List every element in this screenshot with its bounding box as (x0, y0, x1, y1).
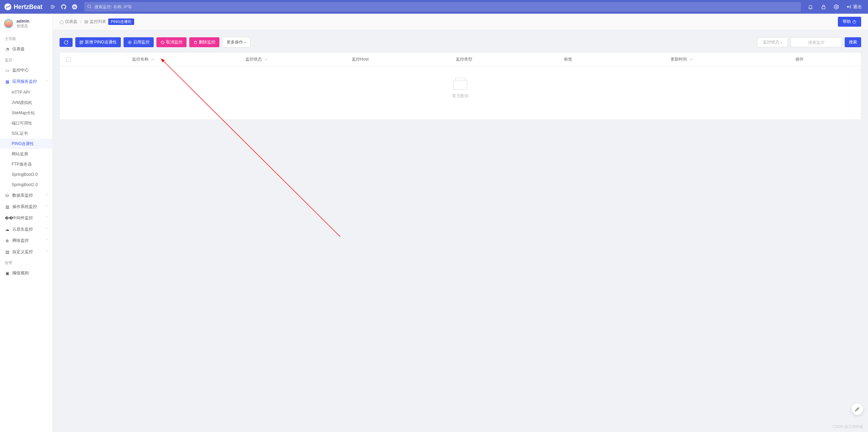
lock-icon[interactable] (818, 1, 829, 12)
plus-grid-icon (79, 40, 84, 44)
list-icon (84, 20, 88, 24)
sidebar-sub-ssl[interactable]: SSL证书 (0, 128, 52, 139)
chevron-down-icon: ˅ (46, 227, 48, 231)
menu-toggle-icon[interactable] (47, 1, 58, 12)
chevron-down-icon: ˅ (46, 216, 48, 220)
rule-icon: ▣ (5, 271, 10, 276)
breadcrumb-dashboard[interactable]: 仪表盘 (60, 19, 77, 25)
col-name[interactable]: 监控名称▴▾ (77, 56, 209, 62)
sidebar-sub-sb2[interactable]: SpringBoot2.0 (0, 180, 52, 190)
breadcrumb: 仪表盘 / 监控列表 PING连通性 帮助 (53, 14, 868, 30)
search-icon (87, 4, 92, 9)
sidebar-sub-sb3[interactable]: SpringBoot3.0 (0, 169, 52, 180)
brand-logo[interactable]: HertzBeat (4, 3, 42, 11)
chevron-down-icon: ˅ (46, 250, 48, 254)
empty-state: 暂无数据 (60, 66, 861, 119)
status-filter-select[interactable]: 监控状态 ▾ (757, 37, 788, 47)
col-host: 监控Host (304, 56, 417, 62)
user-name: admin (16, 18, 29, 24)
global-search-input[interactable] (84, 2, 801, 12)
help-button[interactable]: 帮助 (838, 17, 861, 27)
sidebar-item-cloud[interactable]: ☁云原生监控˅ (0, 224, 52, 235)
sidebar-item-alert-rule[interactable]: ▣阈值规则 (0, 267, 52, 279)
logout-button[interactable]: 退出 (844, 4, 864, 10)
nav-section-alert: 告警 (0, 258, 52, 267)
chevron-down-icon: ▾ (244, 41, 246, 44)
chevron-down-icon: ˅ (46, 205, 48, 209)
search-button[interactable]: 搜索 (845, 37, 861, 47)
svg-rect-3 (822, 6, 825, 9)
sidebar-item-dashboard[interactable]: ◔仪表盘 (0, 43, 52, 55)
chevron-down-icon: ▾ (780, 41, 782, 44)
tools-fab[interactable] (852, 403, 863, 415)
sidebar-sub-http[interactable]: HTTP API (0, 87, 52, 97)
col-updated[interactable]: 更新时间▴▾ (625, 56, 738, 62)
col-ops: 操作 (738, 56, 861, 62)
svg-point-4 (836, 6, 837, 8)
sidebar-item-monitor-center[interactable]: ▭监控中心 (0, 65, 52, 76)
user-role: 管理员 (16, 24, 29, 29)
os-icon: ▥ (5, 205, 10, 209)
svg-rect-7 (85, 23, 88, 23)
tools-icon (855, 406, 860, 412)
svg-rect-5 (85, 21, 88, 21)
gear-icon[interactable] (831, 1, 842, 12)
watermark: CSDN @江湖有缘 (833, 424, 863, 429)
empty-icon (454, 80, 467, 90)
col-tags: 标签 (511, 56, 625, 62)
empty-text: 暂无数据 (60, 93, 861, 99)
svg-rect-9 (80, 41, 81, 42)
nav-section-monitor: 监控 (0, 55, 52, 65)
sidebar-item-middleware[interactable]: ��中间件监控˅ (0, 212, 52, 224)
refresh-button[interactable] (60, 38, 73, 47)
home-icon (60, 20, 64, 24)
chevron-down-icon: ˅ (46, 239, 48, 243)
avatar (4, 19, 13, 28)
cancel-monitor-button[interactable]: 取消监控 (156, 37, 187, 47)
sort-icon: ▴▾ (265, 58, 267, 60)
sidebar-sub-ping[interactable]: PING连通性 (0, 139, 52, 149)
col-status[interactable]: 监控状态▴▾ (209, 56, 304, 62)
sidebar-sub-ftp[interactable]: FTP服务器 (0, 159, 52, 169)
search-monitor-input[interactable] (791, 37, 842, 47)
table-header: 监控名称▴▾ 监控状态▴▾ 监控Host 监控类型 标签 更新时间▴▾ 操作 (60, 53, 861, 66)
bell-icon[interactable] (805, 1, 816, 12)
user-block: admin 管理员 (0, 14, 52, 34)
sidebar-sub-port[interactable]: 端口可用性 (0, 118, 52, 128)
cancel-icon (161, 40, 165, 44)
db-icon: ⛁ (5, 193, 10, 198)
delete-monitor-button[interactable]: 删除监控 (189, 37, 219, 47)
sidebar-sub-jvm[interactable]: JVM虚拟机 (0, 97, 52, 108)
select-all-checkbox[interactable] (60, 57, 77, 62)
logout-icon (846, 4, 852, 10)
refresh-icon (64, 40, 68, 45)
nav-section-main: 主导航 (0, 34, 52, 43)
more-actions-button[interactable]: 更多操作 ▾ (222, 37, 251, 48)
brand-text: HertzBeat (14, 3, 42, 11)
sidebar-sub-sitemap[interactable]: SiteMap全站 (0, 108, 52, 118)
chevron-up-icon: ˄ (46, 80, 48, 83)
logout-label: 退出 (853, 4, 862, 10)
custom-icon: ▤ (5, 250, 10, 254)
breadcrumb-list[interactable]: 监控列表 (84, 19, 106, 25)
toolbar: 新增 PING连通性 启用监控 取消监控 删除监控 更多操作 ▾ 监控状态 ▾ … (60, 37, 861, 48)
cloud-icon: ☁ (5, 227, 10, 232)
gitee-icon[interactable] (69, 1, 80, 12)
enable-monitor-button[interactable]: 启用监控 (124, 37, 154, 47)
sidebar-item-os[interactable]: ▥操作系统监控˅ (0, 201, 52, 212)
github-icon[interactable] (58, 1, 69, 12)
brand-icon (4, 3, 12, 11)
net-icon: ⊕ (5, 238, 10, 243)
dashboard-icon: ◔ (5, 47, 10, 52)
sidebar-item-app-service[interactable]: ▦应用服务监控˄ (0, 76, 52, 87)
sidebar-item-network[interactable]: ⊕网络监控˅ (0, 235, 52, 246)
breadcrumb-tag: PING连通性 (108, 18, 134, 25)
col-type: 监控类型 (417, 56, 511, 62)
add-monitor-button[interactable]: 新增 PING连通性 (75, 37, 121, 47)
sidebar-item-custom[interactable]: ▤自定义监控˅ (0, 246, 52, 258)
sidebar-sub-website[interactable]: 网站监测 (0, 149, 52, 159)
mid-icon: �� (5, 216, 10, 221)
sidebar-item-db[interactable]: ⛁数据库监控˅ (0, 190, 52, 201)
global-search (84, 2, 801, 12)
top-header: HertzBeat 退出 (0, 0, 868, 14)
